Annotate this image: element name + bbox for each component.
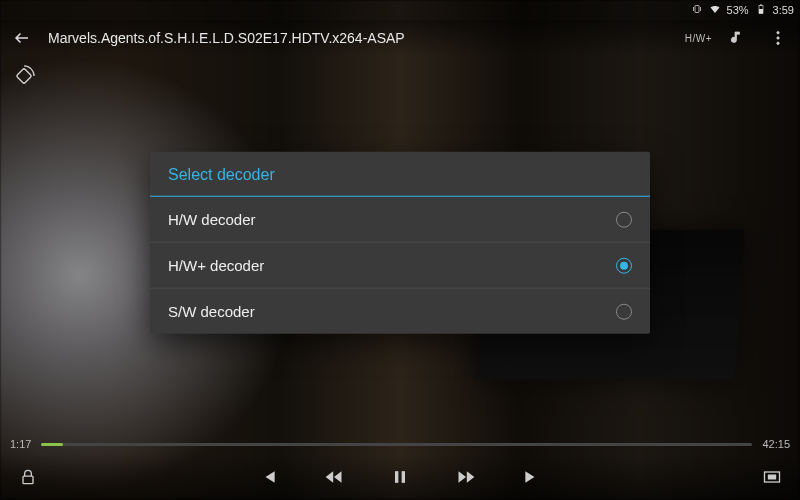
wifi-icon — [709, 3, 721, 17]
audio-track-button[interactable] — [724, 24, 752, 52]
aspect-ratio-button[interactable] — [762, 467, 782, 487]
radio-icon — [616, 303, 632, 319]
next-button[interactable] — [522, 467, 542, 487]
dialog-title: Select decoder — [150, 152, 650, 197]
decoder-option-label: H/W+ decoder — [168, 257, 264, 274]
svg-rect-11 — [402, 471, 405, 483]
decoder-option-label: H/W decoder — [168, 211, 256, 228]
decoder-option-hwplus[interactable]: H/W+ decoder — [150, 243, 650, 289]
svg-point-5 — [777, 32, 779, 34]
video-title: Marvels.Agents.of.S.H.I.E.L.D.S02E17.HDT… — [48, 30, 405, 46]
svg-rect-3 — [759, 9, 763, 14]
rewind-button[interactable] — [324, 467, 344, 487]
svg-rect-8 — [16, 68, 32, 84]
svg-rect-1 — [695, 6, 699, 13]
forward-button[interactable] — [456, 467, 476, 487]
prev-button[interactable] — [258, 467, 278, 487]
svg-rect-9 — [23, 476, 33, 484]
android-status-bar: 53% 3:59 — [0, 0, 800, 20]
svg-point-7 — [777, 42, 779, 44]
pause-button[interactable] — [390, 467, 410, 487]
svg-rect-4 — [760, 5, 762, 6]
radio-icon — [616, 211, 632, 227]
decoder-badge[interactable]: H/W+ — [685, 33, 712, 44]
svg-rect-13 — [768, 475, 776, 480]
seek-bar-row: 1:17 42:15 — [0, 434, 800, 454]
svg-point-6 — [777, 37, 779, 39]
overflow-menu-button[interactable] — [764, 24, 792, 52]
total-duration: 42:15 — [762, 438, 790, 450]
decoder-option-hw[interactable]: H/W decoder — [150, 197, 650, 243]
player-top-bar: Marvels.Agents.of.S.H.I.E.L.D.S02E17.HDT… — [0, 20, 800, 56]
battery-icon — [755, 3, 767, 17]
lock-button[interactable] — [18, 467, 38, 487]
svg-rect-10 — [395, 471, 398, 483]
player-controls — [0, 454, 800, 500]
back-button[interactable] — [8, 24, 36, 52]
vibrate-icon — [691, 3, 703, 17]
radio-icon — [616, 257, 632, 273]
rotate-button[interactable] — [10, 62, 38, 90]
elapsed-time: 1:17 — [10, 438, 31, 450]
seek-bar[interactable] — [41, 443, 752, 446]
seek-bar-fill — [41, 443, 62, 446]
decoder-option-sw[interactable]: S/W decoder — [150, 289, 650, 334]
battery-text: 53% — [727, 4, 749, 16]
select-decoder-dialog: Select decoder H/W decoder H/W+ decoder … — [150, 152, 650, 334]
clock-text: 3:59 — [773, 4, 794, 16]
decoder-option-label: S/W decoder — [168, 303, 255, 320]
